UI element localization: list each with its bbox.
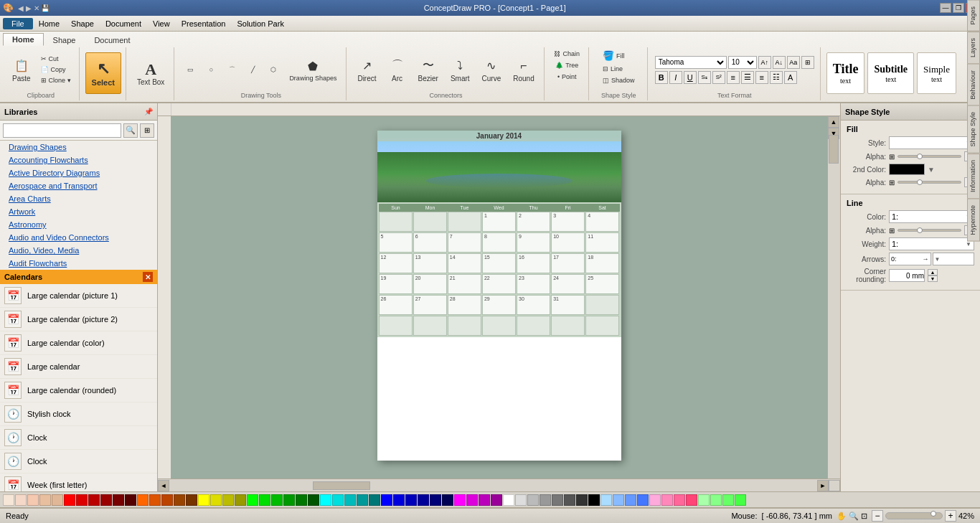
fill-button[interactable]: 🪣 Fill xyxy=(599,49,628,62)
round-button[interactable]: ⌐ Round xyxy=(508,49,539,90)
palette-color-18[interactable] xyxy=(222,494,234,506)
lib-item-drawing-shapes[interactable]: Drawing Shapes xyxy=(0,141,157,154)
paste-button[interactable]: 📋 Paste xyxy=(7,49,36,90)
tab-shape[interactable]: Shape xyxy=(44,34,85,46)
side-tab-pages[interactable]: Pages xyxy=(967,0,980,32)
shape-item-1[interactable]: 📅 Large calendar (picture 2) xyxy=(0,308,157,331)
shape-item-8[interactable]: 📅 Week (first letter) xyxy=(0,473,157,491)
menu-view[interactable]: View xyxy=(147,18,176,29)
menu-presentation[interactable]: Presentation xyxy=(176,18,232,29)
zoom-slider[interactable] xyxy=(885,512,943,519)
palette-color-32[interactable] xyxy=(393,494,405,506)
font-aa-btn[interactable]: Aa xyxy=(787,56,800,69)
palette-color-59[interactable] xyxy=(722,494,734,506)
line-weight-dropdown[interactable]: 1: ▼ xyxy=(889,237,974,250)
menu-home[interactable]: Home xyxy=(33,18,65,29)
palette-color-19[interactable] xyxy=(235,494,246,506)
palette-color-4[interactable] xyxy=(52,494,63,506)
lib-item-audit[interactable]: Audit Flowcharts xyxy=(0,257,157,270)
fit-icon[interactable]: ⊡ xyxy=(861,512,867,521)
second-alpha-thumb[interactable] xyxy=(917,179,923,185)
palette-color-27[interactable] xyxy=(332,494,344,506)
title-style-button[interactable]: Title text xyxy=(826,52,865,94)
palette-color-45[interactable] xyxy=(552,494,563,506)
alpha-slider[interactable] xyxy=(897,155,961,158)
cut-button[interactable]: ✂ Cut xyxy=(37,54,75,64)
minimize-btn[interactable]: — xyxy=(940,3,951,13)
grid-view-button[interactable]: ⊞ xyxy=(140,123,154,138)
curve-button[interactable]: ∿ Curve xyxy=(477,49,507,90)
palette-color-56[interactable] xyxy=(686,494,697,506)
second-color-arrow[interactable]: ▼ xyxy=(928,166,935,174)
palette-color-33[interactable] xyxy=(405,494,417,506)
close-section-button[interactable]: ✕ xyxy=(143,272,153,282)
palette-color-51[interactable] xyxy=(625,494,636,506)
scroll-left-btn[interactable]: ◄ xyxy=(158,480,169,491)
clone-button[interactable]: ⊞ Clone ▾ xyxy=(37,75,75,85)
canvas-content[interactable]: January 2014 Sun Mon Tue Wed Thu Fri Sat xyxy=(171,116,827,479)
palette-color-5[interactable] xyxy=(64,494,75,506)
textbox-button[interactable]: A Text Box xyxy=(132,52,169,94)
palette-color-22[interactable] xyxy=(271,494,283,506)
palette-color-47[interactable] xyxy=(576,494,588,506)
tree-button[interactable]: 🌲 Tree xyxy=(552,60,582,70)
zoom-handle[interactable] xyxy=(930,511,936,517)
point-button[interactable]: • Point xyxy=(554,72,580,82)
palette-color-52[interactable] xyxy=(637,494,649,506)
side-tab-layers[interactable]: Layers xyxy=(967,32,980,64)
zoom-out-btn[interactable]: − xyxy=(872,510,883,522)
palette-color-10[interactable] xyxy=(125,494,136,506)
lib-item-area-charts[interactable]: Area Charts xyxy=(0,192,157,205)
align-justify-btn[interactable]: ☷ xyxy=(770,71,783,84)
font-more-btn[interactable]: ⊞ xyxy=(801,56,814,69)
palette-color-1[interactable] xyxy=(15,494,27,506)
align-left-btn[interactable]: ≡ xyxy=(727,71,740,84)
corner-up-btn[interactable]: ▲ xyxy=(928,269,938,275)
palette-color-35[interactable] xyxy=(430,494,441,506)
horizontal-scrollbar[interactable]: ◄ ► xyxy=(158,479,840,491)
palette-color-2[interactable] xyxy=(27,494,39,506)
vertical-scrollbar[interactable]: ▲ ▼ xyxy=(827,116,840,479)
side-tab-shape-style[interactable]: Shape Style xyxy=(967,105,980,154)
shape-item-6[interactable]: 🕐 Clock xyxy=(0,426,157,450)
search-button[interactable]: 🔍 xyxy=(123,123,138,138)
palette-color-15[interactable] xyxy=(186,494,197,506)
palette-color-8[interactable] xyxy=(100,494,112,506)
drawing-shapes-button[interactable]: ⬟ Drawing Shapes xyxy=(284,50,341,89)
second-color-swatch[interactable] xyxy=(889,164,925,175)
scroll-track-h[interactable] xyxy=(169,481,817,491)
palette-color-0[interactable] xyxy=(3,494,14,506)
line-alpha-thumb[interactable] xyxy=(917,227,923,233)
palette-color-24[interactable] xyxy=(296,494,307,506)
palette-color-38[interactable] xyxy=(466,494,478,506)
palette-color-29[interactable] xyxy=(357,494,368,506)
libraries-search-input[interactable] xyxy=(3,123,121,138)
lib-item-audio-video-conn[interactable]: Audio and Video Connectors xyxy=(0,231,157,244)
lib-item-accounting[interactable]: Accounting Flowcharts xyxy=(0,154,157,166)
drawing-btn-1[interactable]: ▭ xyxy=(180,62,200,77)
subscript-btn[interactable]: S₂ xyxy=(698,71,711,84)
side-tab-behaviour[interactable]: Behaviour xyxy=(967,64,980,106)
lib-item-active-directory[interactable]: Active Directory Diagrams xyxy=(0,166,157,179)
palette-color-57[interactable] xyxy=(698,494,710,506)
palette-color-23[interactable] xyxy=(283,494,295,506)
font-size-down-btn[interactable]: A↓ xyxy=(773,56,786,69)
palette-color-3[interactable] xyxy=(39,494,51,506)
shadow-button[interactable]: ◫ Shadow xyxy=(599,75,639,85)
palette-color-12[interactable] xyxy=(149,494,161,506)
bezier-button[interactable]: 〜 Bezier xyxy=(413,49,443,90)
palette-color-13[interactable] xyxy=(161,494,173,506)
hand-icon[interactable]: ✋ xyxy=(837,512,847,521)
menu-shape[interactable]: Shape xyxy=(65,18,100,29)
arc-button[interactable]: ⌒ Arc xyxy=(384,49,411,90)
shape-item-2[interactable]: 📅 Large calendar (color) xyxy=(0,331,157,355)
zoom-in-btn[interactable]: + xyxy=(945,510,956,522)
libraries-pin-icon[interactable]: 📌 xyxy=(144,108,153,116)
italic-btn[interactable]: I xyxy=(669,71,682,84)
drawing-btn-3[interactable]: ⌒ xyxy=(222,62,242,77)
bold-btn[interactable]: B xyxy=(655,71,668,84)
palette-color-50[interactable] xyxy=(613,494,624,506)
align-center-btn[interactable]: ☰ xyxy=(741,71,754,84)
direct-button[interactable]: ↗ Direct xyxy=(352,49,381,90)
palette-color-6[interactable] xyxy=(76,494,88,506)
